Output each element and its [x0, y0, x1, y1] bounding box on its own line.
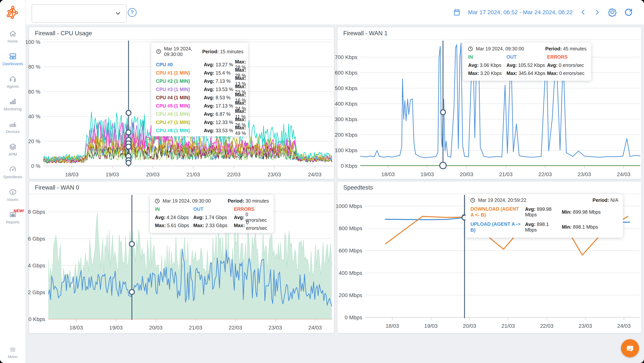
new-badge: NEW! [14, 209, 24, 213]
clock-icon [156, 49, 161, 54]
svg-text:21/03: 21/03 [499, 171, 512, 177]
prev-period-button[interactable] [580, 8, 586, 17]
date-range-text[interactable]: Mar 17 2024, 06:52 - Mar 24 2024, 06:22 [468, 9, 573, 16]
speedtest-tooltip-row: UPLOAD (AGENT A -> B) Avg: 898.1 Mbps Mi… [470, 220, 618, 235]
clock-icon [470, 198, 476, 203]
menu-hamburger-icon [9, 346, 17, 353]
clock-icon [154, 198, 160, 204]
speedtests-tooltip: Mar 19 2024, 20:59:22 Period: N/A DOWNLO… [466, 194, 623, 238]
settings-button[interactable] [608, 8, 617, 17]
svg-text:21/03: 21/03 [189, 325, 202, 331]
cpu-tooltip: Mar 19 2024, 09:30:00 Period: 15 minutes… [151, 43, 248, 136]
sidebar-item-home[interactable]: Home [0, 30, 26, 44]
svg-text:0 Mbps: 0 Mbps [344, 314, 362, 320]
wan0-tooltip-cols: IN Avg: 4.24 Gbps Max: 5.61 Gbps OUT Avg… [150, 205, 274, 233]
svg-text:4 Gbps: 4 Gbps [28, 263, 45, 268]
sidebar-item-speedtests[interactable]: Speedtests [0, 166, 26, 179]
cpu-tooltip-row: CPU #6 (1 MIN) Avg: 6.87 % Max: 11 % [156, 109, 244, 117]
monitoring-bars-icon [9, 98, 17, 105]
svg-text:0 Kbps: 0 Kbps [28, 316, 45, 322]
svg-text:60 %: 60 % [28, 89, 40, 95]
devices-router-icon [9, 120, 17, 128]
wan-tooltip-col: ERRORS Avg: 0 errors/sec Max: 0 errors/s… [234, 205, 268, 229]
sidebar-item-issues[interactable]: Issues [0, 188, 26, 202]
wan-tooltip-col: IN Avg: 4.24 Gbps Max: 5.61 Gbps [155, 205, 193, 229]
svg-text:80 %: 80 % [28, 64, 40, 70]
svg-text:22/03: 22/03 [227, 172, 240, 177]
sidebar-item-monitoring[interactable]: Monitoring [0, 98, 26, 111]
svg-text:18/03: 18/03 [65, 172, 78, 177]
svg-text:1000 Mbps: 1000 Mbps [336, 203, 362, 209]
tooltip-time: Mar 19 2024, 09:30:00 [163, 198, 225, 204]
svg-text:23/03: 23/03 [268, 172, 281, 177]
svg-text:200 Kbps: 200 Kbps [335, 132, 358, 138]
svg-text:40 %: 40 % [28, 114, 40, 119]
svg-text:20/03: 20/03 [460, 171, 473, 177]
home-icon [9, 30, 17, 38]
help-icon[interactable]: ? [128, 8, 136, 17]
svg-text:2 Gbps: 2 Gbps [28, 289, 45, 295]
app-logo-icon[interactable] [6, 5, 19, 19]
sidebar-item-devices[interactable]: Devices [0, 120, 26, 134]
sidebar-item-apm[interactable]: APM [0, 143, 26, 157]
speedtest-gauge-icon [9, 166, 17, 173]
svg-text:18/03: 18/03 [382, 171, 395, 177]
app-screen: ? Mar 17 2024, 06:52 - Mar 24 2024, 06:2… [0, 0, 644, 363]
svg-text:19/03: 19/03 [106, 172, 119, 177]
panel-title-speedtests: Speedtests [343, 184, 373, 191]
tooltip-time: Mar 19 2024, 20:59:22 [478, 197, 590, 203]
svg-text:0 %: 0 % [31, 163, 40, 169]
svg-text:18/03: 18/03 [386, 323, 399, 329]
sidebar: Home Dashboards Agents Monitoring Device… [0, 0, 26, 363]
gear-icon [608, 8, 617, 17]
panel-title-wan0: Firewall - WAN 0 [35, 184, 79, 191]
cpu-tooltip-rows: CPU #0 Avg: 13.27 % Max: 28 % CPU #1 (1 … [151, 58, 248, 136]
sidebar-item-dashboards[interactable]: Dashboards [0, 53, 26, 66]
svg-text:8 Gbps: 8 Gbps [28, 209, 45, 215]
svg-text:24/03: 24/03 [617, 323, 630, 329]
agents-headset-icon [9, 75, 17, 83]
sidebar-item-reports[interactable]: NEW! Reports [0, 211, 26, 224]
wan1-tooltip: Mar 19 2024, 09:30:00 Period: 45 minutes… [463, 43, 591, 81]
wan0-tooltip: Mar 19 2024, 09:30:00 Period: 30 minutes… [150, 195, 274, 233]
svg-text:300 Kbps: 300 Kbps [335, 116, 358, 122]
svg-text:24/03: 24/03 [617, 171, 630, 177]
sidebar-item-agents[interactable]: Agents [0, 75, 26, 89]
svg-text:20 %: 20 % [28, 138, 40, 144]
refresh-icon [624, 8, 633, 17]
svg-text:400 Mbps: 400 Mbps [339, 270, 362, 276]
top-bar: ? Mar 17 2024, 06:52 - Mar 24 2024, 06:2… [0, 0, 644, 25]
svg-text:22/03: 22/03 [540, 323, 554, 329]
panel-title-wan1: Firewall - WAN 1 [343, 30, 388, 37]
dashboard-select[interactable] [32, 4, 127, 23]
cpu-tooltip-row: CPU #8 (1 MIN) Avg: 33.53 % Max: 49 % [156, 125, 244, 133]
tooltip-time: Mar 19 2024, 09:30:00 [476, 46, 543, 52]
svg-text:20/03: 20/03 [146, 172, 160, 177]
clock-icon [468, 46, 473, 52]
svg-text:20/03: 20/03 [463, 323, 476, 329]
cpu-tooltip-row: CPU #4 (1 MIN) Avg: 8.53 % Max: 16 % [156, 92, 244, 100]
sidebar-item-menu[interactable]: Menu [0, 346, 26, 359]
dashboards-icon [9, 53, 17, 60]
chevron-down-icon [114, 10, 122, 17]
panel-title-cpu: Firewall - CPU Usage [35, 30, 92, 37]
refresh-button[interactable] [624, 8, 633, 17]
chat-support-button[interactable] [621, 339, 639, 357]
issues-alert-icon [9, 188, 17, 196]
cpu-tooltip-row: CPU #0 Avg: 13.27 % Max: 28 % [156, 59, 244, 67]
svg-text:100 %: 100 % [25, 39, 40, 45]
svg-text:100 Kbps: 100 Kbps [335, 147, 358, 153]
svg-text:24/03: 24/03 [308, 172, 322, 177]
wan-tooltip-col: IN Avg: 3.06 Kbps Max: 3.20 Kbps [468, 53, 506, 77]
cpu-tooltip-row: CPU #5 (1 MIN) Avg: 17.13 % Max: 34 % [156, 100, 244, 109]
speedtest-tooltip-row: DOWNLOAD (AGENT A <- B) Avg: 899.98 Mbps… [470, 204, 618, 220]
next-period-button[interactable] [594, 8, 600, 17]
chevron-right-icon [594, 8, 600, 17]
wan-tooltip-col: OUT Avg: 1.74 Gbps Max: 2.33 Gbps [193, 205, 234, 229]
svg-text:22/03: 22/03 [229, 325, 242, 331]
svg-text:22/03: 22/03 [538, 171, 552, 177]
svg-text:19/03: 19/03 [424, 323, 438, 329]
cpu-tooltip-row: CPU #2 (1 MIN) Avg: 7.13 % Max: 13 % [156, 76, 244, 84]
chat-bubble-icon [625, 343, 636, 353]
svg-text:800 Mbps: 800 Mbps [339, 225, 362, 231]
